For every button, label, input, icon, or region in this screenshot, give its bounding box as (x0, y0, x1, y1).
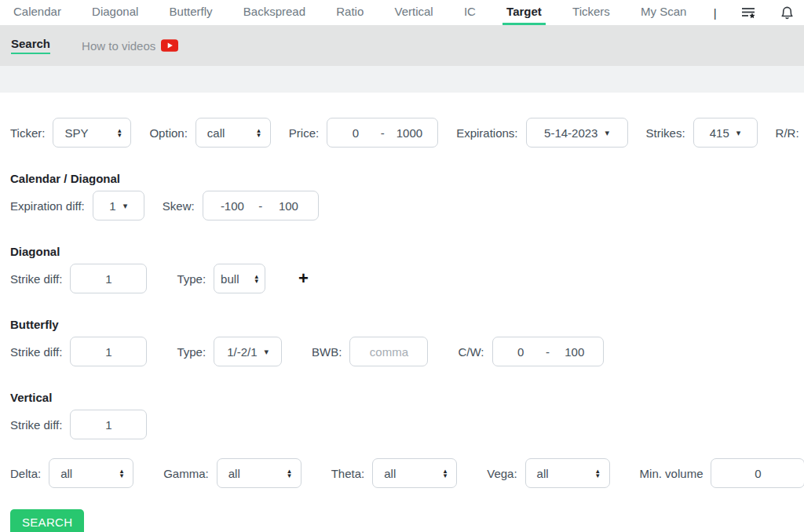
vertical-strike-diff-label: Strike diff: (10, 418, 62, 432)
cw-range: - (492, 337, 604, 366)
price-label: Price: (289, 126, 319, 140)
gamma-select[interactable]: all ▴▾ (217, 458, 302, 488)
rr-label: R/R: (776, 126, 799, 140)
updown-arrows-icon: ▴▾ (118, 128, 122, 137)
diagonal-strike-diff-label: Strike diff: (10, 272, 62, 286)
updown-arrows-icon: ▴▾ (287, 468, 291, 478)
butterfly-type-label: Type: (177, 345, 206, 359)
nav-my-scan[interactable]: My Scan (637, 0, 690, 25)
price-range: - (327, 118, 438, 148)
updown-arrows-icon: ▴▾ (120, 468, 124, 478)
calendar-diagonal-row: Expiration diff: 1 ▾ Skew: - (10, 191, 804, 220)
section-title-calendar-diagonal: Calendar / Diagonal (10, 171, 804, 186)
bell-icon[interactable] (780, 0, 795, 25)
delta-select[interactable]: all ▴▾ (49, 458, 133, 488)
updown-arrows-icon: ▴▾ (596, 468, 600, 478)
option-label: Option: (149, 126, 187, 140)
vertical-strike-diff-input[interactable] (70, 410, 147, 439)
nav-diagonal[interactable]: Diagonal (88, 0, 142, 25)
bwb-input[interactable] (349, 337, 428, 366)
bwb-label: BWB: (312, 345, 342, 359)
butterfly-row: Strike diff: Type: 1/-2/1 ▾ BWB: C/W: - (10, 337, 804, 366)
nav-ic[interactable]: IC (460, 0, 480, 25)
range-dash: - (546, 345, 550, 359)
section-title-diagonal: Diagonal (10, 244, 804, 259)
expiration-diff-value: 1 (109, 199, 115, 213)
section-title-vertical: Vertical (10, 390, 804, 405)
ticker-value: SPY (64, 126, 88, 140)
caret-down-icon: ▾ (736, 128, 741, 138)
strikes-value: 415 (710, 126, 729, 140)
caret-down-icon: ▾ (123, 201, 128, 211)
price-max-input[interactable] (389, 126, 429, 140)
toolbar-band (0, 66, 804, 93)
nav-ratio[interactable]: Ratio (332, 0, 367, 25)
strikes-label: Strikes: (646, 126, 685, 140)
expiration-diff-label: Expiration diff: (10, 199, 85, 213)
nav-calendar[interactable]: Calendar (9, 0, 65, 25)
updown-arrows-icon: ▴▾ (257, 128, 261, 137)
butterfly-type-dropdown[interactable]: 1/-2/1 ▾ (214, 337, 282, 366)
skew-max-input[interactable] (269, 199, 308, 213)
strikes-dropdown[interactable]: 415 ▾ (693, 118, 758, 148)
diagonal-type-value: bull (221, 272, 239, 286)
nav-tickers[interactable]: Tickers (568, 0, 614, 25)
nav-vertical[interactable]: Vertical (390, 0, 437, 25)
vertical-row: Strike diff: (10, 410, 804, 439)
section-title-butterfly: Butterfly (10, 317, 804, 332)
greeks-row: Delta: all ▴▾ Gamma: all ▴▾ Theta: all ▴… (10, 458, 804, 488)
expiration-diff-dropdown[interactable]: 1 ▾ (93, 191, 144, 220)
butterfly-strike-diff-label: Strike diff: (10, 345, 62, 359)
delta-label: Delta: (10, 467, 41, 480)
range-dash: - (381, 126, 385, 140)
top-nav: Calendar Diagonal Butterfly Backspread R… (0, 0, 804, 25)
expirations-dropdown[interactable]: 5-14-2023 ▾ (526, 118, 628, 148)
min-volume-label: Min. volume (640, 467, 704, 480)
ticker-select[interactable]: SPY ▴▾ (53, 118, 131, 148)
expirations-label: Expirations: (456, 126, 517, 140)
tab-how-to-videos[interactable]: How to videos (82, 39, 178, 53)
tab-bar: Search How to videos (0, 25, 804, 66)
diagonal-type-label: Type: (177, 272, 206, 286)
skew-range: - (203, 191, 319, 220)
butterfly-strike-diff-input[interactable] (70, 337, 147, 366)
expirations-value: 5-14-2023 (544, 126, 598, 140)
list-star-icon[interactable] (740, 0, 757, 25)
range-dash: - (258, 199, 262, 213)
nav-target[interactable]: Target (502, 0, 546, 25)
cw-label: C/W: (458, 345, 484, 359)
add-row-button[interactable]: + (295, 264, 312, 293)
caret-down-icon: ▾ (265, 347, 269, 357)
delta-value: all (60, 467, 72, 480)
option-select[interactable]: call ▴▾ (196, 118, 271, 148)
cw-max-input[interactable] (555, 345, 594, 359)
skew-label: Skew: (163, 199, 195, 213)
skew-min-input[interactable] (213, 199, 252, 213)
theta-label: Theta: (331, 467, 365, 480)
diagonal-row: Strike diff: Type: bull ▴▾ + (10, 264, 804, 293)
vega-label: Vega: (487, 467, 517, 480)
how-to-videos-label: How to videos (82, 39, 155, 53)
search-button[interactable]: SEARCH (10, 509, 84, 532)
nav-separator: | (714, 0, 717, 25)
theta-select[interactable]: all ▴▾ (372, 458, 457, 488)
butterfly-type-value: 1/-2/1 (227, 345, 257, 359)
tab-search[interactable]: Search (11, 37, 50, 54)
price-min-input[interactable] (336, 126, 375, 140)
diagonal-strike-diff-input[interactable] (70, 264, 147, 293)
gamma-label: Gamma: (163, 467, 209, 480)
search-form: Ticker: SPY ▴▾ Option: call ▴▾ Price: - … (0, 118, 804, 532)
updown-arrows-icon: ▴▾ (255, 274, 259, 283)
nav-backspread[interactable]: Backspread (239, 0, 309, 25)
diagonal-type-select[interactable]: bull ▴▾ (214, 264, 265, 293)
nav-butterfly[interactable]: Butterfly (166, 0, 217, 25)
min-volume-input[interactable] (711, 458, 804, 488)
updown-arrows-icon: ▴▾ (444, 468, 448, 478)
vega-value: all (537, 467, 549, 480)
main-filter-row: Ticker: SPY ▴▾ Option: call ▴▾ Price: - … (10, 118, 804, 148)
option-value: call (207, 126, 225, 140)
vega-select[interactable]: all ▴▾ (525, 458, 610, 488)
cw-min-input[interactable] (501, 345, 540, 359)
caret-down-icon: ▾ (605, 128, 609, 138)
youtube-icon (161, 39, 178, 52)
